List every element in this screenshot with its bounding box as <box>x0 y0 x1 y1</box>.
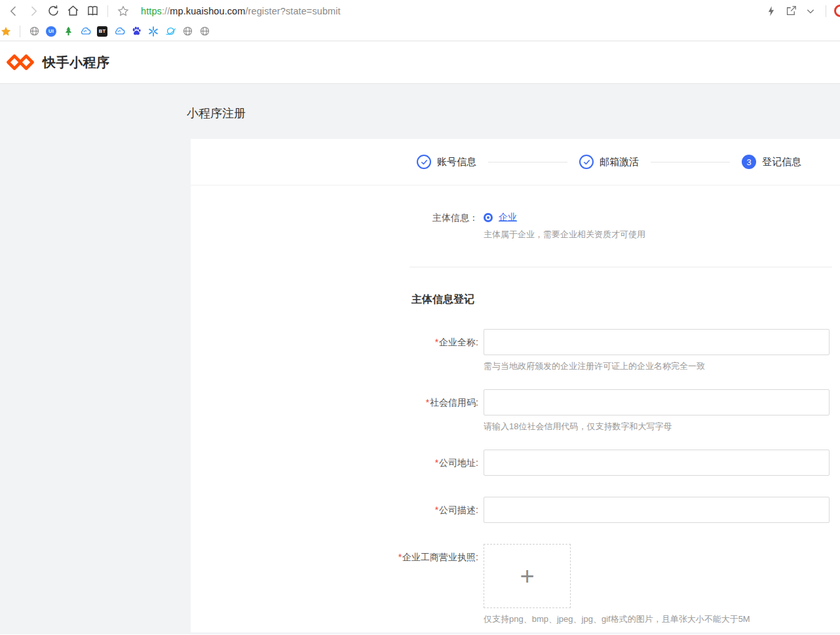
url-path: /register?state=submit <box>245 6 340 16</box>
ui-bookmark-icon[interactable]: UI <box>43 24 60 39</box>
step-email-activation: 邮箱激活 <box>579 155 639 169</box>
company-address-label: *公司地址: <box>191 450 484 476</box>
section-heading: 主体信息登记 <box>411 292 840 307</box>
back-icon[interactable] <box>4 3 24 20</box>
company-description-input[interactable] <box>484 497 830 523</box>
page-title: 小程序注册 <box>0 84 840 121</box>
home-icon[interactable] <box>63 3 83 20</box>
share-icon[interactable] <box>781 3 801 20</box>
tree-icon[interactable] <box>60 24 77 39</box>
bt-badge: BT <box>97 26 107 37</box>
company-name-input[interactable] <box>484 329 830 355</box>
page-content: 小程序注册 账号信息 邮箱激活 3 登记信息 <box>0 84 840 634</box>
cloud-icon[interactable] <box>111 24 128 39</box>
step-registration-info: 3 登记信息 <box>742 155 801 169</box>
step-label: 登记信息 <box>762 156 801 168</box>
toolbar-separator <box>107 5 108 17</box>
bt-bookmark-icon[interactable]: BT <box>94 24 111 39</box>
site-header: 快手小程序 <box>0 41 840 84</box>
registration-card: 账号信息 邮箱激活 3 登记信息 主体信息： <box>191 139 840 632</box>
company-name-label: *企业全称: <box>191 329 484 372</box>
required-mark: * <box>435 337 438 347</box>
field-row-company-address: *公司地址: <box>191 450 840 476</box>
reading-list-icon[interactable] <box>83 3 102 20</box>
section-divider <box>410 267 832 267</box>
url-separator: :// <box>162 6 170 16</box>
chevron-down-icon[interactable] <box>801 3 820 20</box>
ui-badge: UI <box>46 26 56 37</box>
globe-icon[interactable] <box>26 24 43 39</box>
company-address-input[interactable] <box>484 450 830 476</box>
lightning-icon[interactable] <box>761 3 781 20</box>
baidu-paw-icon[interactable] <box>128 24 145 39</box>
globe-icon[interactable] <box>179 24 196 39</box>
brand-title: 快手小程序 <box>43 54 110 71</box>
required-mark: * <box>435 457 438 468</box>
address-bar[interactable]: https://mp.kuaishou.com/register?state=s… <box>141 6 341 16</box>
business-license-label: *企业工商营业执照: <box>191 544 484 625</box>
step-number-badge: 3 <box>742 155 756 169</box>
credit-code-label: *社会信用码: <box>191 389 484 433</box>
enterprise-radio[interactable] <box>484 213 493 222</box>
enterprise-radio-label[interactable]: 企业 <box>499 212 517 223</box>
plus-icon: + <box>520 564 534 588</box>
company-description-label: *公司描述: <box>191 497 484 523</box>
license-upload-helper: 仅支持png、bmp、jpeg、jpg、gif格式的图片，且单张大小不能大于5M <box>484 613 830 625</box>
step-connector <box>488 162 567 163</box>
step-label: 邮箱激活 <box>600 156 639 168</box>
step-check-icon <box>579 155 594 169</box>
field-row-company-description: *公司描述: <box>191 497 840 523</box>
required-mark: * <box>435 505 438 515</box>
bookmarks-separator <box>20 26 20 37</box>
globe-icon[interactable] <box>196 24 213 39</box>
browser-toolbar: https://mp.kuaishou.com/register?state=s… <box>0 0 840 22</box>
license-upload-box[interactable]: + <box>484 544 571 608</box>
cloud-icon[interactable] <box>77 24 94 39</box>
field-row-business-license: *企业工商营业执照: + 仅支持png、bmp、jpeg、jpg、gif格式的图… <box>191 544 840 625</box>
favorite-star-icon[interactable] <box>113 3 133 20</box>
registration-form: 主体信息： 企业 主体属于企业，需要企业相关资质才可使用 主体信息登记 *企业 <box>191 185 840 625</box>
step-account-info: 账号信息 <box>417 155 476 169</box>
required-mark: * <box>426 397 429 408</box>
forward-icon[interactable] <box>24 3 43 20</box>
bookmarks-bar: UI BT <box>0 22 840 41</box>
field-row-credit-code: *社会信用码: 请输入18位社会信用代码，仅支持数字和大写字母 <box>191 389 840 433</box>
url-host: mp.kuaishou.com <box>170 6 245 16</box>
refresh-icon[interactable] <box>43 3 63 20</box>
favorites-star-icon[interactable] <box>0 24 14 39</box>
subject-info-row: 主体信息： 企业 主体属于企业，需要企业相关资质才可使用 <box>191 212 840 241</box>
kuaishou-logo-icon[interactable] <box>7 53 34 71</box>
kwai-icon[interactable] <box>145 24 162 39</box>
field-row-company-name: *企业全称: 需与当地政府颁发的企业注册许可证上的企业名称完全一致 <box>191 329 840 372</box>
step-label: 账号信息 <box>437 156 476 168</box>
credit-code-input[interactable] <box>484 389 830 415</box>
step-check-icon <box>417 155 431 169</box>
subject-info-label: 主体信息： <box>191 212 484 241</box>
step-connector <box>651 162 730 163</box>
saturn-icon[interactable] <box>162 24 179 39</box>
subject-helper-text: 主体属于企业，需要企业相关资质才可使用 <box>484 229 830 241</box>
extension-icon[interactable] <box>834 5 840 17</box>
registration-stepper: 账号信息 邮箱激活 3 登记信息 <box>191 139 840 185</box>
company-name-helper: 需与当地政府颁发的企业注册许可证上的企业名称完全一致 <box>484 360 830 372</box>
required-mark: * <box>398 552 402 562</box>
url-protocol: https <box>141 6 162 16</box>
credit-code-helper: 请输入18位社会信用代码，仅支持数字和大写字母 <box>484 421 830 433</box>
toolbar-separator <box>826 5 826 17</box>
